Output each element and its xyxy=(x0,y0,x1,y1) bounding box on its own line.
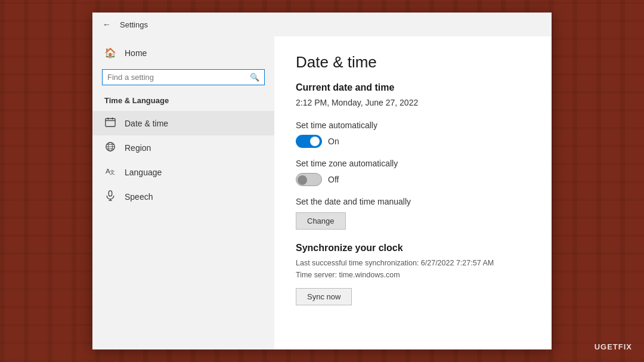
sync-clock-row: Synchronize your clock Last successful t… xyxy=(296,243,530,305)
region-label: Region xyxy=(125,143,151,153)
main-content: Date & time Current date and time 2:12 P… xyxy=(274,36,552,349)
speech-icon xyxy=(104,190,116,203)
home-icon: 🏠 xyxy=(104,47,116,58)
settings-window: ← Settings 🏠 Home 🔍 Time & Language xyxy=(92,13,552,349)
sync-title: Synchronize your clock xyxy=(296,243,530,253)
svg-text:文: 文 xyxy=(110,169,115,175)
watermark: UGETFIX xyxy=(595,342,632,351)
title-bar: ← Settings xyxy=(92,13,552,36)
sync-info: Last successful time synchronization: 6/… xyxy=(296,257,530,281)
sync-last-sync: Last successful time synchronization: 6/… xyxy=(296,257,530,269)
sidebar-item-language[interactable]: A 文 Language xyxy=(92,160,274,184)
language-label: Language xyxy=(125,168,162,177)
set-timezone-auto-row: Set time zone automatically Off xyxy=(296,159,530,186)
manual-label: Set the date and time manually xyxy=(296,197,530,206)
sidebar-item-speech[interactable]: Speech xyxy=(92,184,274,209)
search-input[interactable] xyxy=(107,73,246,82)
sidebar: 🏠 Home 🔍 Time & Language xyxy=(92,36,274,349)
toggle-knob-on xyxy=(310,137,320,146)
sidebar-item-home[interactable]: 🏠 Home xyxy=(92,41,274,64)
manual-datetime-row: Set the date and time manually Change xyxy=(296,197,530,230)
set-timezone-auto-status: Off xyxy=(328,175,339,184)
back-button[interactable]: ← xyxy=(100,17,114,32)
page-title: Date & time xyxy=(296,53,530,72)
sync-server: Time server: time.windows.com xyxy=(296,269,530,281)
sidebar-item-date-time[interactable]: Date & time xyxy=(92,111,274,135)
region-icon xyxy=(104,141,116,154)
svg-rect-2 xyxy=(112,117,113,120)
set-time-auto-status: On xyxy=(328,137,339,146)
sidebar-item-region[interactable]: Region xyxy=(92,135,274,160)
svg-rect-1 xyxy=(108,117,109,120)
speech-label: Speech xyxy=(125,192,153,202)
set-timezone-auto-toggle[interactable] xyxy=(296,173,322,186)
svg-rect-7 xyxy=(109,191,112,196)
window-title: Settings xyxy=(120,20,148,29)
date-time-label: Date & time xyxy=(125,119,168,128)
svg-rect-0 xyxy=(106,119,115,127)
set-timezone-auto-toggle-row: Off xyxy=(296,173,530,186)
current-date-section-title: Current date and time xyxy=(296,82,530,93)
home-label: Home xyxy=(125,48,147,58)
set-timezone-auto-label: Set time zone automatically xyxy=(296,159,530,168)
set-time-auto-toggle-row: On xyxy=(296,135,530,148)
date-time-icon xyxy=(104,117,116,129)
search-box: 🔍 xyxy=(102,69,265,85)
change-button[interactable]: Change xyxy=(296,212,346,230)
back-arrow-icon: ← xyxy=(103,20,111,29)
search-icon: 🔍 xyxy=(250,73,259,82)
content-area: 🏠 Home 🔍 Time & Language xyxy=(92,36,552,349)
toggle-knob-off xyxy=(298,175,307,185)
set-time-auto-toggle[interactable] xyxy=(296,135,322,148)
set-time-auto-label: Set time automatically xyxy=(296,120,530,130)
sync-now-button[interactable]: Sync now xyxy=(296,288,352,305)
current-datetime: 2:12 PM, Monday, June 27, 2022 xyxy=(296,98,530,107)
language-icon: A 文 xyxy=(104,166,116,178)
section-label: Time & Language xyxy=(92,92,274,111)
set-time-auto-row: Set time automatically On xyxy=(296,120,530,148)
